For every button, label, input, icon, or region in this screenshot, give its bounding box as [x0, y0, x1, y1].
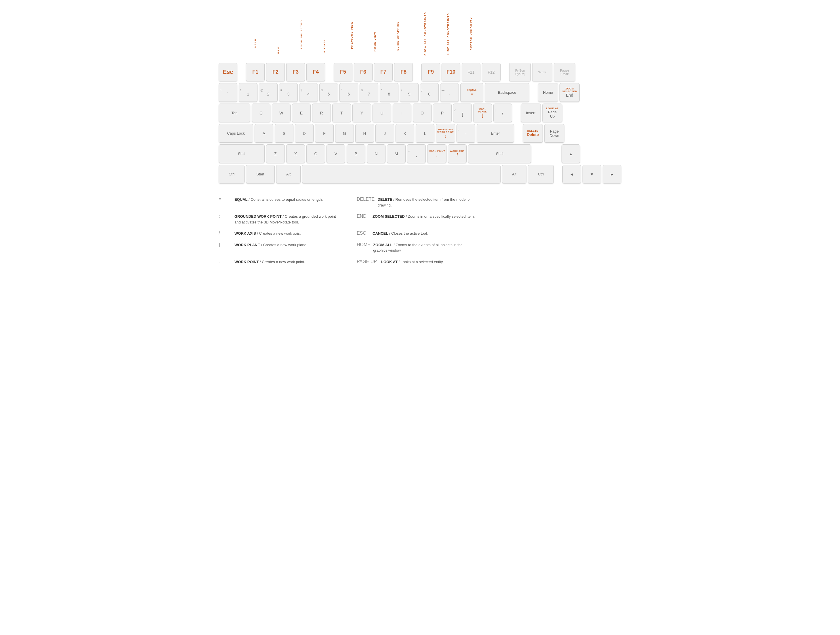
key-quote[interactable]: " '	[456, 124, 475, 143]
f3-label-cell: ZOOM SELECTED	[292, 9, 311, 60]
key-ctrl-right[interactable]: Ctrl	[528, 165, 554, 183]
key-space[interactable]	[302, 165, 501, 183]
key-f3[interactable]: F3	[286, 63, 305, 81]
key-page-up[interactable]: LOOK AT Page Up	[542, 104, 562, 122]
key-f10[interactable]: F10	[442, 63, 460, 81]
key-j[interactable]: J	[376, 124, 394, 143]
key-bracket-close[interactable]: WORK PLANE ]	[473, 104, 492, 122]
key-2[interactable]: @ 2	[259, 83, 278, 102]
key-4[interactable]: $ 4	[299, 83, 318, 102]
key-v[interactable]: V	[327, 144, 345, 163]
key-period[interactable]: WORK POINT .	[427, 144, 447, 163]
key-g[interactable]: G	[335, 124, 354, 143]
f6-label: HOME VIEW	[373, 23, 376, 60]
legend-key: HOME	[357, 242, 369, 247]
key-f5[interactable]: F5	[334, 63, 352, 81]
key-ctrl-left[interactable]: Ctrl	[219, 165, 245, 183]
legend-key: /	[219, 231, 230, 236]
key-q[interactable]: Q	[252, 104, 270, 122]
key-arrow-right[interactable]: ►	[603, 165, 621, 183]
key-0[interactable]: ) 0	[420, 83, 439, 102]
f5-label-cell: PREVIOUS VIEW	[342, 10, 361, 60]
key-l[interactable]: L	[416, 124, 434, 143]
key-d[interactable]: D	[295, 124, 314, 143]
key-delete[interactable]: DELETE Delete	[523, 124, 543, 143]
legend-desc: WORK POINT / Creates a new work point.	[234, 259, 305, 265]
legend-key: PAGE UP	[357, 259, 377, 264]
key-i[interactable]: I	[393, 104, 411, 122]
key-m[interactable]: M	[387, 144, 406, 163]
key-b[interactable]: B	[347, 144, 365, 163]
key-f6[interactable]: F6	[354, 63, 373, 81]
key-f[interactable]: F	[315, 124, 334, 143]
key-alt-right[interactable]: Alt	[502, 165, 526, 183]
key-scrlk[interactable]: ScrLK	[532, 63, 552, 81]
key-r[interactable]: R	[312, 104, 331, 122]
key-5[interactable]: % 5	[319, 83, 338, 102]
key-3[interactable]: # 3	[279, 83, 298, 102]
key-home[interactable]: Home	[538, 83, 558, 102]
key-t[interactable]: T	[332, 104, 351, 122]
key-enter[interactable]: Enter	[477, 124, 514, 143]
key-arrow-down[interactable]: ▼	[583, 165, 601, 183]
key-p[interactable]: P	[433, 104, 452, 122]
key-pause[interactable]: Pause Break	[554, 63, 575, 81]
key-page-down[interactable]: Page Down	[544, 124, 564, 143]
legend-desc: WORK PLANE / Creates a new work plane.	[234, 242, 308, 248]
key-semicolon[interactable]: GROUNDED WORK POINT ;	[436, 124, 455, 143]
key-z[interactable]: Z	[266, 144, 285, 163]
key-f7[interactable]: F7	[374, 63, 393, 81]
key-f12[interactable]: F12	[482, 63, 501, 81]
key-x[interactable]: X	[286, 144, 305, 163]
key-7[interactable]: & 7	[360, 83, 378, 102]
key-o[interactable]: O	[413, 104, 431, 122]
key-w[interactable]: W	[272, 104, 291, 122]
key-backslash[interactable]: | \	[493, 104, 512, 122]
key-end[interactable]: ZOOM SELECTED End	[559, 83, 579, 102]
key-f8[interactable]: F8	[394, 63, 413, 81]
legend-desc: EQUAL / Constrains curves to equal radiu…	[234, 197, 323, 202]
key-arrow-left[interactable]: ◄	[562, 165, 581, 183]
legend-item: DELETE DELETE / Removes the selected ite…	[357, 194, 478, 211]
key-s[interactable]: S	[275, 124, 294, 143]
key-minus[interactable]: — -	[440, 83, 459, 102]
key-arrow-up[interactable]: ▲	[562, 144, 580, 163]
key-tilde[interactable]: ~ `	[219, 83, 237, 102]
key-f9[interactable]: F9	[422, 63, 440, 81]
key-f11[interactable]: F11	[462, 63, 480, 81]
key-backspace[interactable]: Backspace	[485, 83, 529, 102]
key-6[interactable]: ^ 6	[339, 83, 358, 102]
legend-item: / WORK AXIS / Creates a new work axis.	[219, 228, 339, 239]
key-c[interactable]: C	[306, 144, 325, 163]
key-esc[interactable]: Esc	[219, 63, 237, 81]
key-caps-lock[interactable]: Caps Lock	[219, 124, 253, 143]
key-bracket-open[interactable]: { [	[453, 104, 472, 122]
key-tab[interactable]: Tab	[219, 104, 250, 122]
key-slash[interactable]: WORK AXIS /	[448, 144, 467, 163]
key-shift-left[interactable]: Shift	[219, 144, 265, 163]
key-f1[interactable]: F1	[246, 63, 265, 81]
key-prtscn[interactable]: PrtScn SysRq	[509, 63, 531, 81]
key-u[interactable]: U	[373, 104, 391, 122]
legend-item: HOME ZOOM ALL / Zooms to the extents of …	[357, 239, 478, 256]
key-equal[interactable]: EQUAL =	[460, 83, 483, 102]
key-shift-right[interactable]: Shift	[468, 144, 531, 163]
key-alt-left[interactable]: Alt	[276, 165, 301, 183]
f1-label-cell: HELP	[246, 26, 265, 60]
key-f4[interactable]: F4	[306, 63, 325, 81]
key-1[interactable]: ! 1	[239, 83, 257, 102]
key-9[interactable]: ( 9	[400, 83, 418, 102]
key-n[interactable]: N	[367, 144, 385, 163]
key-h[interactable]: H	[355, 124, 374, 143]
key-start[interactable]: Start	[246, 165, 275, 183]
key-insert[interactable]: Insert	[521, 104, 541, 122]
key-f2[interactable]: F2	[266, 63, 285, 81]
key-8[interactable]: * 8	[380, 83, 398, 102]
key-e[interactable]: E	[292, 104, 311, 122]
qwerty-row: Tab Q W E R T Y U I O P { [ WORK PLANE ]…	[219, 104, 621, 122]
f4-label: ROTATE	[323, 32, 326, 60]
key-comma[interactable]: < ,	[407, 144, 426, 163]
key-y[interactable]: Y	[352, 104, 371, 122]
key-a[interactable]: A	[254, 124, 273, 143]
key-k[interactable]: K	[396, 124, 414, 143]
